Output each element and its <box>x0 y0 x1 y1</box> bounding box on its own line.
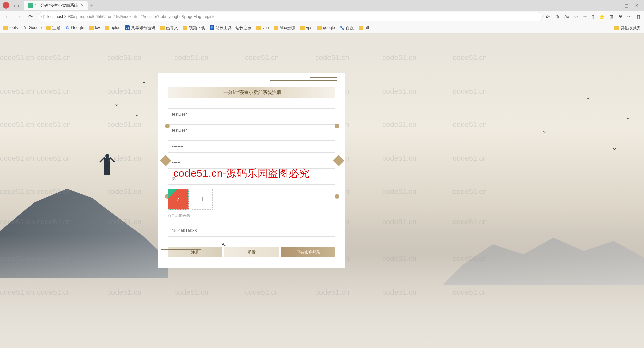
bookmark-baidu[interactable]: 🐾百度 <box>340 25 354 31</box>
bookmark-video-download[interactable]: 视频下载 <box>183 25 205 31</box>
new-tab-button[interactable]: + <box>90 2 93 8</box>
avatar-add-button[interactable]: + <box>192 189 213 210</box>
bird-icon: ⌄ <box>542 127 547 134</box>
bookmark-max-cloud[interactable]: Max云梯 <box>274 25 296 31</box>
decoration-line <box>161 247 221 247</box>
refresh-icon[interactable]: ⟳ <box>26 14 34 20</box>
browser-tab[interactable]: "一分钟"寝室小卖部系统 × <box>24 1 88 10</box>
bird-icon: ⌄ <box>141 77 147 85</box>
bookmark-aff[interactable]: aff <box>359 25 369 30</box>
url-port: :8080 <box>63 14 73 19</box>
upload-hint: 点击上传头像 <box>168 213 335 218</box>
back-icon[interactable]: ← <box>3 14 11 20</box>
page-content: ⌄ ⌄ ⌄ ⌄ ⌄ ⌄ ⌄ code51.cncode51.cncode51.c… <box>0 33 644 348</box>
bookmark-vpn[interactable]: vpn <box>256 25 269 30</box>
decoration-line <box>270 80 337 81</box>
reset-button[interactable]: 重置 <box>224 247 278 257</box>
bookmark-other[interactable]: 其他收藏夹 <box>614 25 641 31</box>
extensions-icon[interactable]: ✧ <box>583 14 587 19</box>
password-input[interactable] <box>168 140 335 153</box>
check-icon: ✓ <box>176 196 180 202</box>
login-link-button[interactable]: 已有账户登录 <box>281 247 335 257</box>
vue-favicon <box>28 3 33 8</box>
bookmark-tools[interactable]: tools <box>3 25 18 30</box>
tab-title: "一分钟"寝室小卖部系统 <box>35 3 78 8</box>
bookmark-uplod[interactable]: uplod <box>105 25 120 30</box>
forward-icon: → <box>15 14 23 20</box>
favorites-bar-icon[interactable]: ⭐ <box>599 14 605 19</box>
more-icon[interactable]: ⋯ <box>627 14 632 19</box>
maximize-icon[interactable]: ▢ <box>624 3 628 8</box>
decoration-circle <box>335 124 339 128</box>
shopping-icon[interactable]: 🛍 <box>546 14 551 19</box>
nickname-input[interactable] <box>168 124 335 136</box>
downloads-icon[interactable]: ⊞ <box>609 14 613 19</box>
url-path: /springboot065h6/front/dist/index.html#/… <box>73 14 217 19</box>
decoration-circle <box>335 194 339 199</box>
url-host: localhost <box>47 14 63 19</box>
bird-icon: ⌄ <box>612 144 617 151</box>
favorite-icon[interactable]: ☆ <box>574 14 578 19</box>
username-input[interactable] <box>168 108 335 120</box>
bookmarks-bar: tools 🗋Google 宝藏 GGoogle txy uplod 71共享账… <box>0 23 644 33</box>
toolbar-icons: 🛍 ⊕ A» ☆ ✧ ▯ ⭐ ⊞ ❤ ⋯ ▥ <box>546 14 641 19</box>
minimize-icon[interactable]: — <box>613 3 618 8</box>
bookmark-shared-accounts[interactable]: 71共享账号密码 <box>125 25 155 31</box>
bookmark-vps[interactable]: vps <box>300 25 312 30</box>
bird-icon: ⌄ <box>114 100 119 108</box>
bookmark-google-page[interactable]: 🗋Google <box>22 25 42 30</box>
bookmark-google-folder[interactable]: google <box>317 25 335 30</box>
person-silhouette <box>99 154 116 184</box>
tabs-overview-icon[interactable]: ▭ <box>13 2 19 8</box>
bookmark-imported[interactable]: 已导入 <box>160 25 178 31</box>
sidebar-icon[interactable]: ▥ <box>636 14 641 19</box>
address-bar: ← → ⟳ ⓘ localhost:8080/springboot065h6/f… <box>0 11 644 23</box>
titlebar: ▭ "一分钟"寝室小卖部系统 × + — ▢ ✕ <box>0 0 644 11</box>
phone-input[interactable] <box>168 225 335 237</box>
avatar-preview[interactable]: ✓ <box>168 189 189 210</box>
zoom-icon[interactable]: ⊕ <box>555 14 559 19</box>
close-icon[interactable]: × <box>81 3 84 8</box>
bird-icon: ⌄ <box>626 114 631 121</box>
bookmark-webmaster-tools[interactable]: 站站长工具 - 站长之家 <box>210 25 252 31</box>
url-input[interactable]: ⓘ localhost:8080/springboot065h6/front/d… <box>38 12 543 21</box>
browser-chrome: ▭ "一分钟"寝室小卖部系统 × + — ▢ ✕ ← → ⟳ ⓘ localho… <box>0 0 644 33</box>
window-controls: — ▢ ✕ <box>613 3 641 8</box>
avatar-upload-row: ✓ + <box>168 189 335 210</box>
collections-icon[interactable]: ▯ <box>592 14 594 19</box>
bird-icon: ⌄ <box>134 110 139 118</box>
overlay-copyright-text: code51.cn-源码乐园盗图必究 <box>173 167 310 180</box>
close-window-icon[interactable]: ✕ <box>635 3 639 8</box>
decoration-circle <box>165 124 170 128</box>
bookmark-google[interactable]: GGoogle <box>65 25 84 30</box>
form-buttons: 注册 重置 已有账户登录 <box>168 247 335 257</box>
bookmark-txy[interactable]: txy <box>89 25 100 30</box>
bird-icon: ⌄ <box>585 94 590 101</box>
bookmark-treasure[interactable]: 宝藏 <box>46 25 60 31</box>
register-button[interactable]: 注册 <box>168 247 222 257</box>
performance-icon[interactable]: ❤ <box>618 14 622 19</box>
plus-icon: + <box>200 194 205 204</box>
info-icon[interactable]: ⓘ <box>41 14 45 20</box>
read-aloud-icon[interactable]: A» <box>564 14 569 19</box>
form-title: "一分钟"寝室小卖部系统注册 <box>168 87 335 98</box>
profile-icon[interactable] <box>3 2 9 9</box>
